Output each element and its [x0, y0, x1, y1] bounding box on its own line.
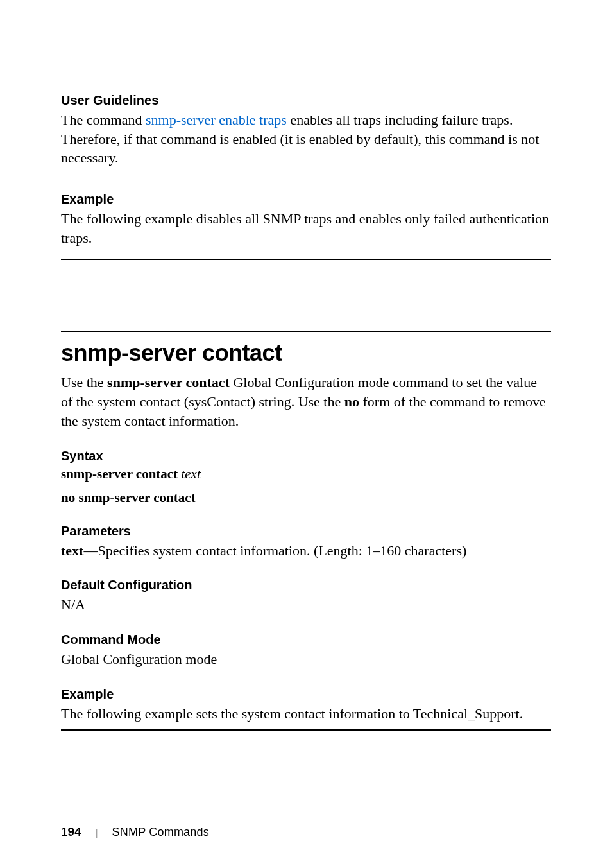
bold-text: text [61, 542, 83, 559]
chapter-name: SNMP Commands [112, 826, 209, 839]
text-run: The command [61, 112, 146, 128]
intro-block: Use the snmp-server contact Global Confi… [61, 373, 551, 430]
command-mode-block: Command Mode Global Configuration mode [61, 632, 551, 669]
divider-line [61, 331, 551, 332]
page-number: 194 [61, 825, 81, 839]
user-guidelines-text: The command snmp-server enable traps ena… [61, 110, 551, 168]
default-config-block: Default Configuration N/A [61, 578, 551, 614]
page-footer: 194 | SNMP Commands [61, 825, 209, 839]
italic-text: text [181, 466, 200, 482]
text-run: —Specifies system contact information. (… [83, 542, 466, 559]
syntax-block: Syntax snmp-server contact text no snmp-… [61, 449, 551, 506]
bold-text: snmp-server contact [61, 466, 178, 482]
default-config-heading: Default Configuration [61, 578, 551, 593]
example-2-text: The following example sets the system co… [61, 704, 551, 724]
syntax-line-2: no snmp-server contact [61, 490, 551, 506]
example-2-heading: Example [61, 687, 551, 702]
syntax-heading: Syntax [61, 449, 551, 464]
example-1-block: Example The following example disables a… [61, 192, 551, 247]
command-mode-heading: Command Mode [61, 632, 551, 647]
command-mode-text: Global Configuration mode [61, 650, 551, 669]
footer-separator: | [96, 827, 98, 838]
spacer [61, 260, 551, 331]
bold-text: snmp-server contact [107, 374, 230, 390]
parameters-text: text—Specifies system contact informatio… [61, 541, 551, 560]
divider-line [61, 729, 551, 731]
default-config-text: N/A [61, 595, 551, 614]
parameters-heading: Parameters [61, 524, 551, 539]
example-1-text: The following example disables all SNMP … [61, 209, 551, 247]
user-guidelines-block: User Guidelines The command snmp-server … [61, 93, 551, 168]
bold-text: no [344, 394, 359, 410]
user-guidelines-heading: User Guidelines [61, 93, 551, 108]
example-2-block: Example The following example sets the s… [61, 687, 551, 724]
bold-text: no snmp-server contact [61, 490, 196, 505]
parameters-block: Parameters text—Specifies system contact… [61, 524, 551, 560]
section-title: snmp-server contact [61, 340, 551, 367]
text-run: Use the [61, 374, 107, 390]
example-1-heading: Example [61, 192, 551, 207]
syntax-line-1: snmp-server contact text [61, 466, 551, 482]
intro-text: Use the snmp-server contact Global Confi… [61, 373, 551, 430]
snmp-server-enable-traps-link[interactable]: snmp-server enable traps [146, 112, 287, 128]
